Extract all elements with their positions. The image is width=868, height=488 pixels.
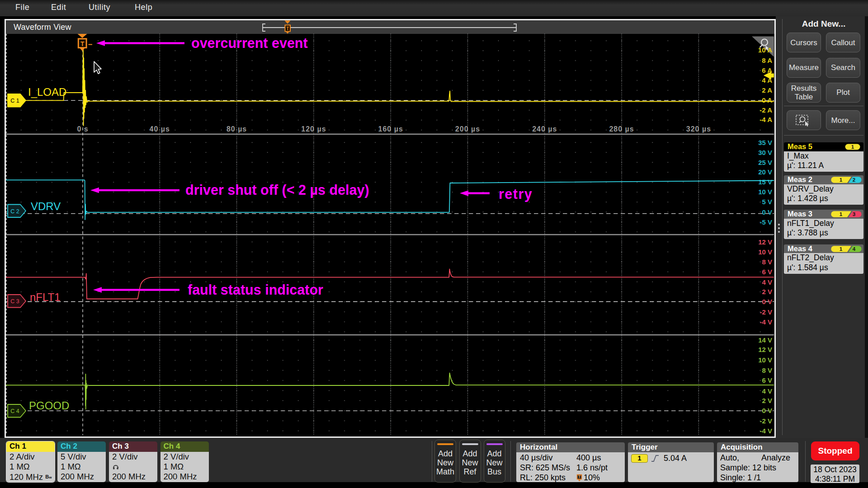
svg-text:0 s: 0 s: [77, 125, 88, 133]
svg-text:0 V: 0 V: [762, 298, 772, 305]
svg-text:2 V: 2 V: [762, 397, 772, 404]
svg-text:20 V: 20 V: [758, 168, 772, 176]
svg-text:10 V: 10 V: [758, 356, 772, 364]
svg-text:8 V: 8 V: [762, 366, 772, 374]
svg-text:15 V: 15 V: [758, 178, 772, 186]
svg-text:2 A: 2 A: [762, 86, 772, 94]
svg-text:VDRV: VDRV: [31, 200, 61, 212]
svg-text:12 V: 12 V: [758, 346, 772, 353]
svg-text:-4 V: -4 V: [760, 427, 772, 435]
svg-text:C 4: C 4: [10, 408, 19, 414]
svg-text:I_LOAD: I_LOAD: [28, 86, 66, 98]
svg-text:200 µs: 200 µs: [455, 125, 480, 133]
svg-text:10 V: 10 V: [758, 248, 772, 256]
svg-text:14 V: 14 V: [758, 336, 772, 344]
svg-text:4 V: 4 V: [762, 278, 772, 286]
svg-text:fault status indicator: fault status indicator: [188, 282, 323, 297]
svg-text:8 V: 8 V: [762, 258, 772, 266]
svg-text:-2 A: -2 A: [760, 106, 772, 114]
svg-text:30 V: 30 V: [758, 149, 772, 156]
svg-text:40 µs: 40 µs: [150, 125, 170, 133]
svg-text:2 V: 2 V: [762, 288, 772, 296]
svg-text:5 V: 5 V: [762, 198, 772, 206]
svg-text:C 2: C 2: [10, 208, 19, 215]
svg-text:-2 V: -2 V: [760, 417, 772, 425]
svg-text:10 V: 10 V: [758, 188, 772, 196]
svg-text:6 V: 6 V: [762, 268, 772, 276]
svg-text:35 V: 35 V: [758, 139, 772, 146]
svg-text:320 µs: 320 µs: [686, 125, 711, 133]
svg-text:C 1: C 1: [10, 98, 19, 104]
svg-text:-4 V: -4 V: [760, 318, 772, 326]
svg-text:4 V: 4 V: [762, 387, 772, 395]
svg-text:160 µs: 160 µs: [378, 125, 403, 133]
svg-text:0 V: 0 V: [762, 208, 772, 216]
svg-text:280 µs: 280 µs: [609, 125, 634, 133]
svg-text:6 V: 6 V: [762, 376, 772, 384]
svg-text:nFLT1: nFLT1: [30, 291, 61, 303]
svg-text:-5 V: -5 V: [760, 218, 772, 226]
svg-text:overcurrent event: overcurrent event: [191, 35, 308, 51]
svg-text:240 µs: 240 µs: [532, 125, 557, 133]
svg-text:T: T: [286, 26, 289, 31]
svg-text:25 V: 25 V: [758, 159, 772, 166]
svg-text:-4 A: -4 A: [760, 116, 772, 123]
svg-text:C 3: C 3: [10, 298, 19, 305]
svg-text:0 V: 0 V: [762, 407, 772, 414]
svg-text:T: T: [80, 40, 85, 47]
svg-text:120 µs: 120 µs: [301, 125, 326, 133]
svg-text:12 V: 12 V: [758, 238, 772, 246]
svg-text:-2 V: -2 V: [760, 308, 772, 316]
svg-text:PGOOD: PGOOD: [29, 399, 69, 412]
svg-text:retry: retry: [499, 186, 533, 202]
svg-text:80 µs: 80 µs: [226, 125, 247, 133]
svg-text:8 A: 8 A: [762, 56, 772, 64]
svg-text:0 A: 0 A: [762, 96, 772, 104]
svg-text:driver shut off (< 2 µs delay): driver shut off (< 2 µs delay): [185, 182, 369, 198]
